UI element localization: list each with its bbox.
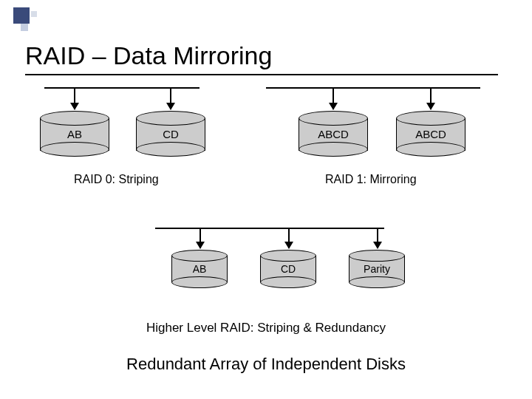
disk-label: CD [260, 263, 316, 275]
higher-bus-line [155, 228, 384, 229]
higher-disk-3: Parity [349, 250, 405, 288]
footer-text: Redundant Array of Independent Disks [0, 355, 532, 374]
higher-arrow-1 [200, 228, 201, 248]
raid1-disk-2: ABCD [396, 111, 466, 157]
raid1-disk-1: ABCD [299, 111, 368, 157]
raid0-bus-line [44, 87, 200, 89]
raid0-disk-1: AB [40, 111, 109, 157]
slide-corner-decoration [13, 7, 38, 33]
title-underline [25, 74, 498, 75]
slide-title: RAID – Data Mirroring [25, 41, 272, 70]
higher-arrow-2 [288, 228, 290, 248]
disk-label: AB [40, 128, 109, 140]
higher-disk-1: AB [171, 250, 228, 288]
raid0-arrow-2 [170, 87, 171, 109]
higher-label: Higher Level RAID: Striping & Redundancy [0, 321, 532, 335]
disk-label: ABCD [396, 128, 466, 140]
disk-label: Parity [349, 263, 405, 275]
disk-label: ABCD [299, 128, 368, 140]
raid1-label: RAID 1: Mirroring [325, 173, 417, 186]
higher-arrow-3 [377, 228, 378, 248]
raid1-arrow-1 [332, 87, 334, 109]
raid1-bus-line [266, 87, 480, 89]
raid0-label: RAID 0: Striping [74, 173, 159, 186]
disk-label: AB [171, 263, 228, 275]
raid1-arrow-2 [430, 87, 432, 109]
disk-label: CD [136, 128, 205, 140]
higher-disk-2: CD [260, 250, 316, 288]
raid0-arrow-1 [74, 87, 75, 109]
raid0-disk-2: CD [136, 111, 205, 157]
